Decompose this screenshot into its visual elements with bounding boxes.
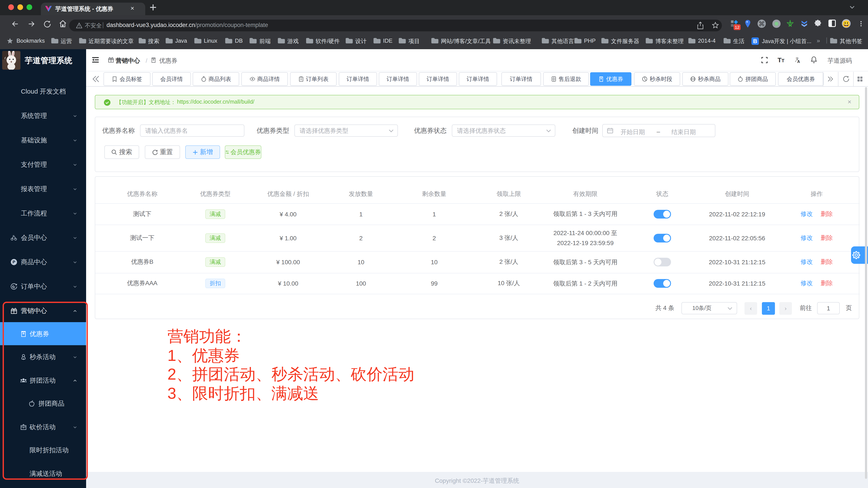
svg-text:A: A — [797, 59, 800, 63]
svg-text:P: P — [12, 260, 15, 264]
